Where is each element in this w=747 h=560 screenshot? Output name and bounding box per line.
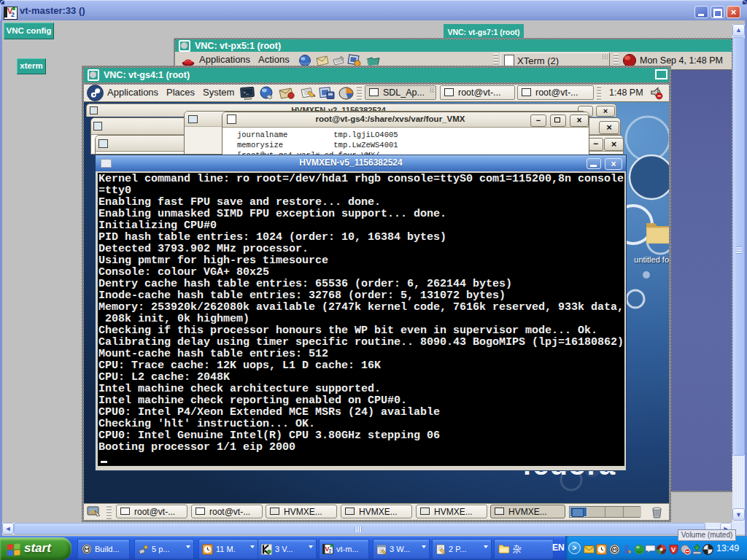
svg-text:>_: >_	[243, 90, 249, 96]
svg-text:V: V	[671, 546, 676, 553]
svg-text:2: 2	[329, 548, 332, 553]
